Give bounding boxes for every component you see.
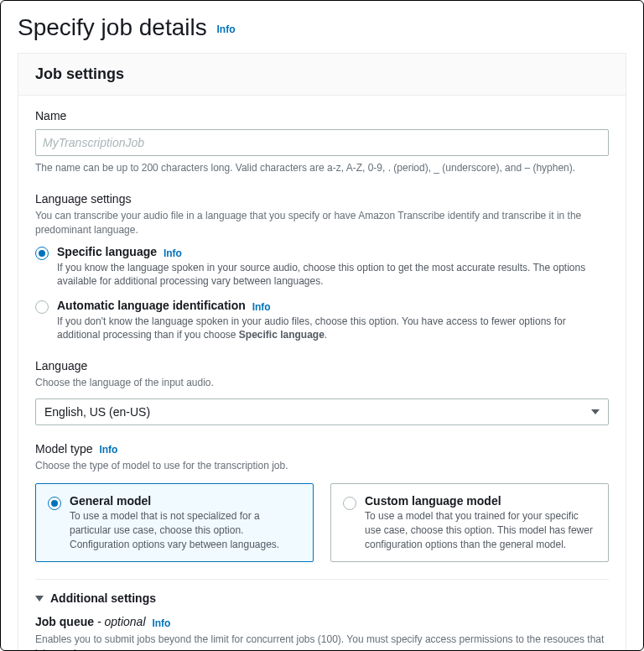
divider [35,579,609,580]
model-type-label: Model type Info [35,442,609,456]
job-queue-helper: Enables you to submit jobs beyond the li… [35,633,609,651]
name-helper: The name can be up to 200 characters lon… [35,161,609,175]
info-link-auto[interactable]: Info [252,301,271,313]
radio-desc: If you know the language spoken in your … [57,261,609,289]
name-label: Name [35,109,609,122]
additional-settings-toggle[interactable]: Additional settings [35,591,609,605]
radio-auto-language[interactable]: Automatic language identification Info I… [35,299,609,342]
page-title: Specify job details Info [18,14,626,41]
triangle-down-icon [35,596,44,602]
language-settings-label: Language settings [35,192,609,206]
radio-title: Specific language [57,245,157,258]
page-title-text: Specify job details [18,14,207,40]
job-queue-section: Job queue - optional Info Enables you to… [35,615,609,651]
language-label: Language [35,359,609,372]
tile-general-model[interactable]: General model To use a model that is not… [35,483,314,562]
name-field: Name The name can be up to 200 character… [35,109,609,175]
radio-icon[interactable] [35,300,49,314]
language-select[interactable]: English, US (en-US) [35,398,609,425]
radio-desc-post: . [325,329,327,341]
job-settings-panel: Job settings Name The name can be up to … [18,53,626,651]
tile-desc: To use a model that you trained for your… [365,509,596,551]
panel-title: Job settings [35,65,609,83]
language-settings-helper: You can transcribe your audio file in a … [35,209,609,237]
radio-icon[interactable] [35,247,49,260]
tile-desc: To use a model that is not specialized f… [70,509,301,551]
job-queue-label-text: Job queue [35,615,94,628]
chevron-down-icon [591,409,600,414]
info-link-model[interactable]: Info [99,444,117,456]
language-section: Language Choose the language of the inpu… [35,359,609,425]
language-settings-section: Language settings You can transcribe you… [35,192,609,342]
radio-icon[interactable] [48,497,61,510]
tile-title: General model [70,494,301,508]
radio-desc-bold: Specific language [239,329,325,341]
language-helper: Choose the language of the input audio. [35,376,609,390]
tile-custom-model[interactable]: Custom language model To use a model tha… [330,483,609,562]
language-select-value: English, US (en-US) [44,405,150,419]
info-link-page[interactable]: Info [216,23,235,35]
additional-settings-label: Additional settings [50,591,156,605]
info-link-specific[interactable]: Info [164,247,182,259]
radio-icon[interactable] [343,497,356,510]
info-link-jobqueue[interactable]: Info [152,617,170,629]
radio-specific-language[interactable]: Specific language Info If you know the l… [35,245,609,289]
job-queue-label: Job queue - optional Info [35,615,609,628]
radio-desc: If you don't know the language spoken in… [57,315,609,343]
name-input[interactable] [35,129,609,156]
model-type-helper: Choose the type of model to use for the … [35,459,609,473]
job-queue-optional: - optional [94,615,145,628]
panel-header: Job settings [18,54,626,96]
tile-title: Custom language model [365,494,596,508]
model-type-label-text: Model type [35,442,92,456]
radio-title: Automatic language identification [57,299,246,312]
model-type-section: Model type Info Choose the type of model… [35,442,609,562]
